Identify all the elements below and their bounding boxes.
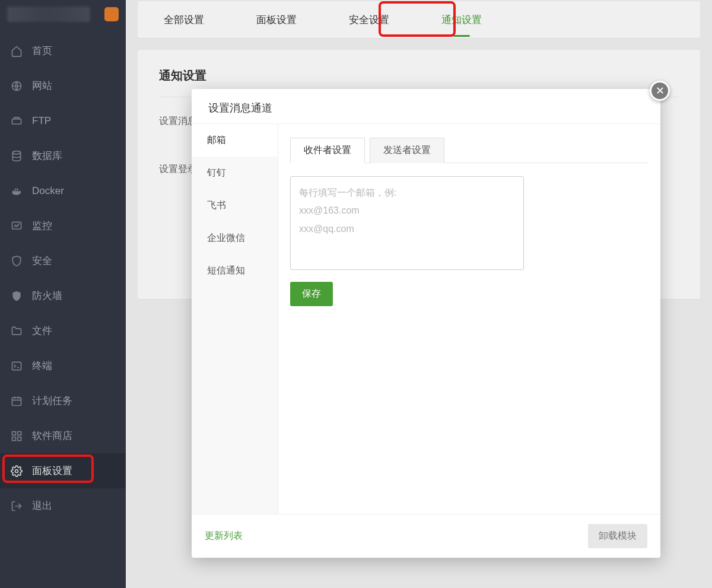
close-icon: ✕: [656, 84, 665, 97]
sub-tabs: 收件者设置 发送者设置: [290, 137, 649, 163]
channel-wecom[interactable]: 企业微信: [192, 222, 278, 255]
modal-body: 邮箱 钉钉 飞书 企业微信 短信通知 收件者设置 发送者设置 保存: [192, 124, 660, 514]
channel-email[interactable]: 邮箱: [192, 124, 278, 157]
channel-dingtalk[interactable]: 钉钉: [192, 157, 278, 189]
close-button[interactable]: ✕: [650, 81, 670, 101]
modal-title: 设置消息通道: [192, 89, 660, 124]
subtab-sender[interactable]: 发送者设置: [370, 138, 444, 163]
modal-footer: 更新列表 卸载模块: [192, 514, 660, 558]
channel-feishu[interactable]: 飞书: [192, 189, 278, 222]
message-channel-modal: ✕ 设置消息通道 邮箱 钉钉 飞书 企业微信 短信通知 收件者设置 发送者设置 …: [192, 89, 660, 558]
modal-content: 收件者设置 发送者设置 保存: [278, 124, 660, 514]
save-button[interactable]: 保存: [290, 282, 333, 306]
modal-sidebar: 邮箱 钉钉 飞书 企业微信 短信通知: [192, 124, 278, 514]
channel-sms[interactable]: 短信通知: [192, 255, 278, 287]
recipient-emails-input[interactable]: [290, 176, 524, 270]
subtab-recipient[interactable]: 收件者设置: [290, 138, 365, 163]
refresh-list-link[interactable]: 更新列表: [205, 530, 243, 542]
uninstall-button[interactable]: 卸载模块: [588, 524, 647, 548]
